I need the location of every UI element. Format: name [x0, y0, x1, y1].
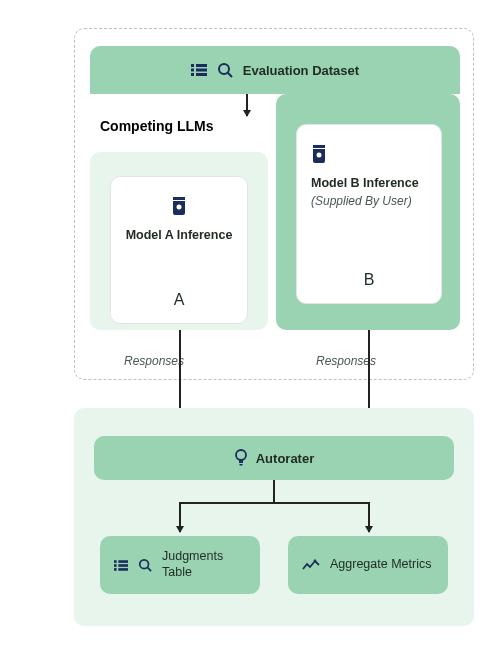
- model-b-card: Model B Inference (Supplied By User) B: [296, 124, 442, 304]
- judgments-label: Judgments Table: [162, 549, 246, 580]
- model-b-title: Model B Inference: [311, 175, 427, 192]
- autorater-label: Autorater: [256, 451, 315, 466]
- svg-rect-11: [239, 460, 243, 463]
- svg-rect-16: [118, 564, 128, 567]
- svg-rect-0: [191, 64, 194, 67]
- responses-label-a: Responses: [124, 354, 184, 368]
- svg-rect-2: [191, 69, 194, 72]
- svg-rect-4: [191, 73, 194, 76]
- competing-llms-label: Competing LLMs: [100, 118, 214, 134]
- svg-point-9: [317, 153, 322, 158]
- lightbulb-icon: [234, 449, 248, 467]
- database-icon: [171, 195, 187, 219]
- svg-rect-5: [196, 73, 207, 76]
- svg-rect-14: [118, 560, 128, 563]
- model-a-letter: A: [174, 291, 185, 309]
- aggregate-metrics-card: Aggregate Metrics: [288, 536, 448, 594]
- svg-point-8: [177, 205, 182, 210]
- model-a-card: Model A Inference A: [110, 176, 248, 324]
- svg-rect-17: [114, 568, 117, 571]
- list-icon: [114, 560, 128, 571]
- model-b-subtitle: (Supplied By User): [311, 194, 427, 208]
- svg-rect-18: [118, 568, 128, 571]
- trend-icon: [302, 559, 320, 571]
- arrow-dataset-to-models: [246, 94, 248, 116]
- svg-rect-13: [114, 560, 117, 563]
- arrow-autorater-stem: [273, 480, 275, 502]
- svg-rect-15: [114, 564, 117, 567]
- svg-point-21: [314, 560, 317, 563]
- svg-rect-3: [196, 69, 207, 72]
- svg-rect-1: [196, 64, 207, 67]
- list-icon: [191, 64, 207, 76]
- model-b-letter: B: [364, 271, 375, 289]
- database-icon: [311, 143, 327, 167]
- magnify-icon: [138, 558, 152, 572]
- model-a-title: Model A Inference: [125, 227, 233, 244]
- arrow-to-aggregate: [368, 502, 370, 532]
- aggregate-label: Aggregate Metrics: [330, 557, 431, 573]
- judgments-table-card: Judgments Table: [100, 536, 260, 594]
- autorater-bar: Autorater: [94, 436, 454, 480]
- dataset-label: Evaluation Dataset: [243, 63, 359, 78]
- svg-line-7: [228, 73, 232, 77]
- svg-point-10: [236, 450, 246, 460]
- svg-rect-12: [239, 464, 242, 466]
- magnify-icon: [217, 62, 233, 78]
- svg-point-6: [219, 64, 229, 74]
- svg-point-19: [140, 560, 149, 569]
- svg-line-20: [147, 567, 151, 571]
- arrow-autorater-split: [179, 502, 369, 504]
- arrow-to-judgments: [179, 502, 181, 532]
